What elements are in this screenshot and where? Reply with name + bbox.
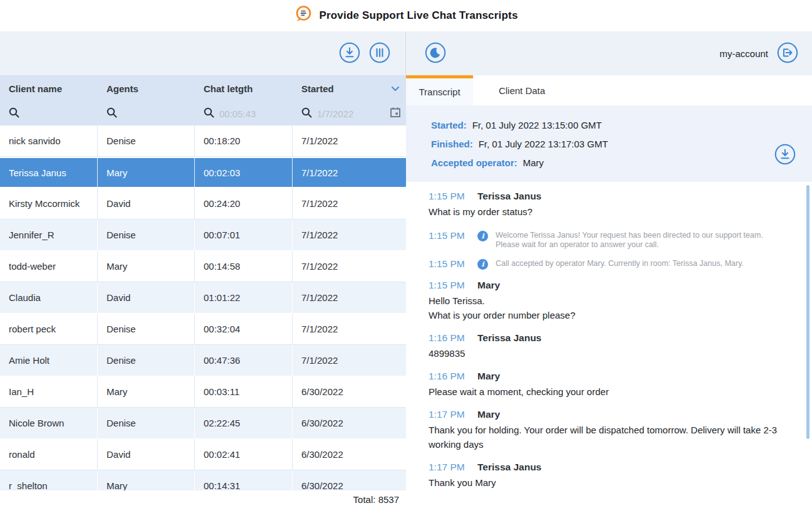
table-cell: 7/1/2022 [293, 345, 406, 376]
message-header: 1:16 PMTerissa Janus [429, 332, 784, 344]
message-header: 1:17 PMMary [429, 409, 784, 420]
columns-settings-button[interactable] [369, 43, 390, 64]
message-author: Mary [477, 280, 500, 291]
table-cell: Denise [98, 125, 195, 156]
message-text: Thank you Mary [429, 475, 784, 490]
finished-label: Finished: [431, 139, 473, 149]
table-cell: 7/1/2022 [293, 314, 406, 344]
transcript-meta: Started: Fr, 01 July 2022 13:15:00 GMT F… [406, 105, 812, 182]
visitor-message: 1:17 PMTerissa JanusThank you Mary [429, 462, 784, 490]
app-header: Provide Support Live Chat Transcripts [0, 0, 812, 31]
table-cell: 00:24:20 [195, 188, 293, 219]
dark-mode-button[interactable] [425, 43, 446, 64]
tab-client-data[interactable]: Client Data [473, 75, 571, 105]
table-cell: Denise [98, 408, 195, 438]
info-icon: i [477, 231, 488, 244]
table-row[interactable]: nick sanvidoDenise00:18:207/1/2022 [0, 125, 406, 157]
column-label: Chat letgth [204, 83, 252, 94]
message-author: Terissa Janus [477, 462, 541, 473]
sort-chevron-down-icon[interactable] [391, 86, 400, 92]
download-transcript-button[interactable] [774, 144, 796, 166]
search-icon[interactable] [107, 107, 117, 120]
tab-bar: Transcript Client Data [406, 75, 812, 105]
table-cell: 6/30/2022 [293, 376, 406, 407]
download-icon [774, 144, 796, 167]
table-row[interactable]: Amie HoltDenise00:47:367/1/2022 [0, 345, 406, 376]
search-icon[interactable] [9, 107, 19, 120]
search-cell-chat-length [195, 102, 293, 125]
table-row[interactable]: Ian_HMary00:03:116/30/2022 [0, 376, 406, 408]
started-search-input[interactable] [317, 108, 373, 119]
system-message: 1:15 PMiCall accepted by operator Mary. … [429, 257, 784, 272]
search-icon[interactable] [301, 107, 312, 120]
total-bar: Total: 8537 [0, 490, 406, 508]
table-cell: 00:18:20 [195, 125, 293, 156]
table-header: Client name Agents Chat letgth Started [0, 75, 406, 125]
table-cell: nick sanvido [0, 125, 98, 156]
logout-button[interactable] [777, 43, 798, 64]
visitor-message: 1:15 PMTerissa JanusWhat is my order sta… [429, 191, 784, 219]
table-row[interactable]: Jennifer_RDenise00:07:017/1/2022 [0, 220, 406, 251]
table-cell: 7/1/2022 [293, 125, 406, 156]
message-text: Please wait a moment, checking your orde… [429, 384, 784, 399]
table-row[interactable]: Nicole BrownDenise02:22:456/30/2022 [0, 408, 406, 439]
column-header-client-name[interactable]: Client name [0, 75, 98, 102]
table-row[interactable]: ClaudiaDavid01:01:227/1/2022 [0, 282, 406, 314]
started-value: Fr, 01 July 2022 13:15:00 GMT [472, 120, 602, 130]
download-table-button[interactable] [339, 43, 360, 64]
calendar-icon[interactable] [390, 107, 401, 120]
column-header-agents[interactable]: Agents [98, 75, 195, 102]
column-header-started[interactable]: Started [293, 75, 406, 102]
table-cell: 00:32:04 [195, 314, 293, 344]
meta-row-accepted-operator: Accepted operator: Mary [431, 153, 812, 172]
column-label: Agents [107, 83, 138, 94]
table-cell: 7/1/2022 [293, 188, 406, 219]
message-text: Thank you for holding. Your order will b… [429, 423, 784, 452]
message-header: 1:15 PMMary [429, 280, 784, 291]
system-message-text: Call accepted by operator Mary. Currentl… [496, 257, 744, 268]
message-author: Terissa Janus [477, 332, 541, 344]
message-time: 1:15 PM [429, 229, 477, 241]
agents-search-input[interactable] [122, 108, 179, 119]
table-cell: 7/1/2022 [293, 282, 406, 313]
table-cell: David [98, 282, 195, 313]
messages-scrollbar[interactable] [806, 185, 809, 439]
table-row[interactable]: ronaldDavid00:02:416/30/2022 [0, 439, 406, 470]
app-window: Provide Support Live Chat Transcripts [0, 0, 812, 508]
table-cell: Mary [98, 251, 195, 282]
table-cell: 7/1/2022 [293, 220, 406, 250]
message-time: 1:15 PM [429, 191, 477, 202]
table-cell: Amie Holt [0, 345, 98, 376]
client-name-search-input[interactable] [24, 108, 81, 119]
tab-transcript[interactable]: Transcript [406, 75, 473, 105]
table-cell: 01:01:22 [195, 282, 293, 313]
chat-length-search-input[interactable] [219, 108, 276, 119]
message-text: 4899835 [429, 346, 784, 361]
message-time: 1:17 PM [429, 462, 477, 473]
total-count-label: Total: 8537 [353, 494, 399, 505]
search-cell-agents [98, 102, 195, 125]
table-cell: Mary [98, 376, 195, 407]
toolbar-left [0, 31, 406, 75]
column-header-chat-length[interactable]: Chat letgth [195, 75, 293, 102]
table-row[interactable]: Kirsty MccormickDavid00:24:207/1/2022 [0, 188, 406, 220]
column-label: Client name [9, 83, 62, 94]
table-cell: 00:03:11 [195, 376, 293, 407]
toolbar: my-account [0, 31, 812, 75]
table-row[interactable]: robert peckDenise00:32:047/1/2022 [0, 314, 406, 345]
message-author: Terissa Janus [477, 191, 541, 202]
table-cell: Denise [98, 345, 195, 376]
table-cell: 7/1/2022 [293, 158, 406, 187]
message-time: 1:17 PM [429, 409, 477, 420]
table-row[interactable]: Terissa JanusMary00:02:037/1/2022 [0, 157, 406, 188]
table-cell: 7/1/2022 [293, 251, 406, 282]
search-icon[interactable] [204, 107, 214, 120]
table-cell: Terissa Janus [0, 158, 98, 187]
logout-icon [777, 42, 798, 65]
table-cell: 00:02:41 [195, 439, 293, 470]
table-row[interactable]: todd-weberMary00:14:587/1/2022 [0, 251, 406, 282]
operator-message: 1:15 PMMaryHello Terissa.What is your or… [429, 280, 784, 322]
table-cell: David [98, 439, 195, 470]
account-name-label: my-account [719, 48, 768, 59]
info-icon: i [477, 259, 488, 272]
